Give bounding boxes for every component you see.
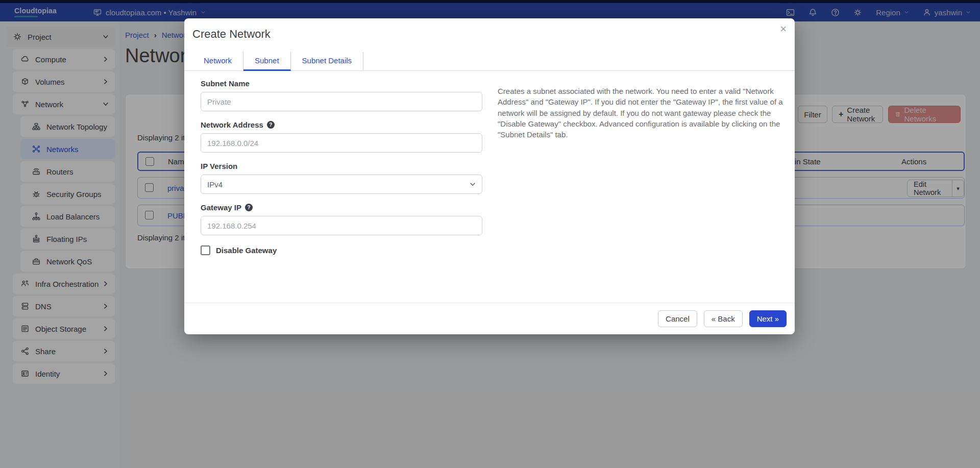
close-icon[interactable]: × bbox=[780, 23, 787, 35]
tab-subnet[interactable]: Subnet bbox=[243, 52, 291, 71]
ip-version-value: IPv4 bbox=[207, 180, 223, 189]
tab-subnet-details[interactable]: Subnet Details bbox=[291, 52, 364, 71]
tab-network[interactable]: Network bbox=[192, 52, 243, 71]
modal-title: Create Network bbox=[192, 28, 787, 41]
ip-version-label-text: IP Version bbox=[201, 162, 237, 170]
network-address-label: Network Address ? bbox=[201, 120, 482, 129]
field-help-icon[interactable]: ? bbox=[245, 204, 253, 211]
modal-header: Create Network × bbox=[184, 18, 795, 45]
disable-gateway-row: Disable Gateway bbox=[201, 245, 482, 255]
modal-tabs: Network Subnet Subnet Details bbox=[184, 52, 795, 71]
ip-version-select[interactable]: IPv4 bbox=[201, 175, 482, 194]
cancel-button[interactable]: Cancel bbox=[658, 310, 697, 327]
next-button[interactable]: Next » bbox=[749, 310, 787, 327]
subnet-name-input[interactable] bbox=[201, 92, 482, 111]
subnet-name-label: Subnet Name bbox=[201, 79, 482, 88]
subnet-help-text: Creates a subnet associated with the net… bbox=[498, 79, 785, 303]
ip-version-label: IP Version bbox=[201, 162, 482, 170]
gateway-ip-label-text: Gateway IP bbox=[201, 203, 241, 212]
caret-down-icon bbox=[470, 181, 476, 187]
subnet-form: Subnet Name Network Address ? IP Version… bbox=[201, 79, 482, 303]
modal-body: Subnet Name Network Address ? IP Version… bbox=[184, 71, 795, 303]
modal-footer: Cancel « Back Next » bbox=[184, 303, 795, 334]
gateway-ip-input[interactable] bbox=[201, 216, 482, 235]
disable-gateway-checkbox[interactable] bbox=[201, 245, 210, 255]
back-button[interactable]: « Back bbox=[704, 310, 743, 327]
create-network-modal: Create Network × Network Subnet Subnet D… bbox=[184, 18, 795, 334]
subnet-name-label-text: Subnet Name bbox=[201, 79, 250, 88]
network-address-input[interactable] bbox=[201, 133, 482, 153]
field-help-icon[interactable]: ? bbox=[267, 121, 275, 129]
gateway-ip-label: Gateway IP ? bbox=[201, 203, 482, 212]
network-address-label-text: Network Address bbox=[201, 120, 263, 129]
disable-gateway-label: Disable Gateway bbox=[216, 246, 277, 255]
